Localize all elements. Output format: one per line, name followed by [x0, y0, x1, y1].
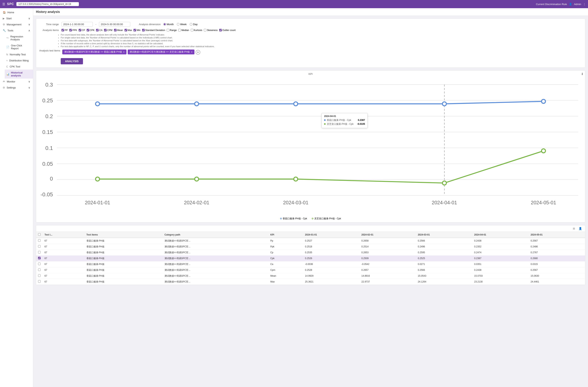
- sidebar-item-regression[interactable]: 〜 Regression Analysis: [5, 34, 33, 42]
- radio-day[interactable]: Day: [190, 23, 198, 26]
- row-kpi: Cpm: [268, 267, 303, 273]
- row-checkbox-cell[interactable]: [36, 273, 42, 279]
- date-to-input[interactable]: [99, 22, 130, 27]
- legend-item-1: 香菇口服液-PH值 - Cpk: [280, 217, 307, 220]
- date-separator: -: [95, 23, 96, 26]
- cb-median[interactable]: Median: [178, 29, 189, 32]
- export-table-button[interactable]: 👤: [577, 227, 583, 231]
- cpktool-icon: C: [6, 65, 8, 68]
- sidebar-item-cpk-tool[interactable]: C CPK Tool: [5, 64, 33, 70]
- row-checkbox-cell[interactable]: [36, 238, 42, 244]
- dimension-radio-group: Month Week Day: [163, 23, 198, 26]
- kpi-chart: 0.3 0.25 0.2 0.15 0.1 0.05 0 -0.05: [38, 77, 583, 215]
- sidebar: 🏠 Home ▶ Start ∨ ⚙ Management ∨ 🔧 Tools …: [0, 8, 33, 387]
- cb-range[interactable]: Range: [167, 29, 177, 32]
- cb-pp[interactable]: PP: [62, 29, 68, 32]
- cb-mean[interactable]: Mean: [114, 29, 123, 32]
- series2-dot-4: [442, 181, 446, 185]
- cb-cpm[interactable]: CPM: [104, 29, 112, 32]
- sidebar-item-tools[interactable]: 🔧 Tools ∧: [0, 27, 33, 34]
- row-v1: 0.2528: [303, 267, 359, 273]
- grid-view-button[interactable]: ⊞: [572, 227, 576, 231]
- sidebar-item-monitor[interactable]: 👁 Monitor ∨: [0, 78, 33, 85]
- cb-max[interactable]: Max: [125, 29, 132, 32]
- sidebar-item-home[interactable]: 🏠 Home: [0, 9, 33, 15]
- sidebar-item-settings[interactable]: ⚙ Settings ∨: [0, 85, 33, 91]
- test-items-label: Analysis test items: [39, 49, 60, 52]
- chart-title: KPI: [38, 73, 583, 76]
- cb-min[interactable]: Min: [133, 29, 140, 32]
- sidebar-normality-label: Normality Test: [10, 53, 26, 56]
- x-label-mar: 2024-03-01: [283, 200, 308, 205]
- sidebar-item-management[interactable]: ⚙ Management ∨: [0, 21, 33, 27]
- cb-ca[interactable]: CA: [96, 29, 103, 32]
- sidebar-item-one-click[interactable]: 📄 One-Click Report: [5, 42, 33, 52]
- row-v2: 0.2509: [359, 255, 416, 261]
- row-v2: 22.9737: [359, 279, 416, 285]
- chart-legend: 香菇口服液-PH值 - Cpk 灵芝皇口服液-PH值 - Cpk: [38, 217, 583, 220]
- row-v2: 14.8916: [359, 273, 416, 279]
- tag-1-close[interactable]: ×: [123, 51, 125, 53]
- row-id: 67: [42, 273, 84, 279]
- table-row: 67 香菇口服液-PH值 测试数据>>简易SPC官... Ca -0.0036 …: [36, 261, 585, 267]
- hamburger-icon[interactable]: ☰: [2, 2, 5, 6]
- row-checkbox-cell[interactable]: [36, 279, 42, 285]
- th-col-may: 2024-05-01: [529, 232, 585, 238]
- download-chart-button[interactable]: ⬇: [581, 72, 584, 76]
- table-panel: ⊞ 👤 Test i... Test items Category path K…: [36, 225, 585, 285]
- date-from-input[interactable]: [62, 22, 93, 27]
- row-checkbox-cell[interactable]: [36, 250, 42, 255]
- row-v5: 24.4461: [529, 279, 585, 285]
- th-test-items: Test items: [84, 232, 163, 238]
- row-v3: 0.2496: [416, 244, 472, 250]
- row-checkbox-cell[interactable]: [36, 267, 42, 273]
- add-tag-button[interactable]: +: [196, 50, 200, 55]
- sidebar-item-start[interactable]: ▶ Start ∨: [0, 15, 33, 21]
- cb-ppk[interactable]: PPK: [69, 29, 77, 32]
- page-title: History analysis: [33, 8, 588, 16]
- test-items-row: Analysis test items 测试数据>>简易SPC官方测试数据 >>…: [39, 49, 582, 55]
- discrimination-rule-label: Current Discrimination Rule: [536, 3, 567, 6]
- sidebar-item-historical[interactable]: 📊 Historical analysis: [5, 70, 33, 78]
- row-kpi: Pp: [268, 238, 303, 244]
- cb-cpk[interactable]: CPK: [87, 29, 95, 32]
- analysis-button[interactable]: ANALYSIS: [61, 58, 83, 64]
- row-v1: 0.2535: [303, 250, 359, 255]
- note-3: For test data with subgroups, the 'Numbe…: [61, 39, 582, 42]
- sidebar-home-label: Home: [7, 11, 14, 14]
- th-kpi: KPI: [268, 232, 303, 238]
- sidebar-item-normality[interactable]: N Normality Test: [5, 52, 33, 58]
- table-scroll-container: Test i... Test items Category path KPI 2…: [36, 232, 585, 285]
- cb-stddev[interactable]: Standard Deviation: [142, 29, 165, 32]
- note-1: For count-based test data, the above ana…: [61, 34, 582, 36]
- cb-cp[interactable]: CP: [79, 29, 85, 32]
- row-checkbox-cell[interactable]: [36, 261, 42, 267]
- cb-kurtosis[interactable]: Kurtosis: [191, 29, 202, 32]
- th-select-all[interactable]: [36, 232, 42, 238]
- sidebar-oneclick-label: One-Click Report: [11, 44, 30, 50]
- table-head: Test i... Test items Category path KPI 2…: [36, 232, 585, 238]
- row-v4: 0.2438: [472, 267, 529, 273]
- radio-week[interactable]: Week: [177, 23, 187, 26]
- cb-pp-label: PP: [65, 29, 68, 32]
- row-checkbox-cell[interactable]: [36, 255, 42, 261]
- analysis-checkboxes: PP PPK CP CPK: [62, 29, 236, 32]
- radio-month[interactable]: Month: [163, 23, 174, 26]
- row-checkbox-cell[interactable]: [36, 244, 42, 250]
- row-v3: 24.1264: [416, 279, 472, 285]
- row-category: 测试数据>>简易SPC官...: [163, 255, 268, 261]
- tag-2-close[interactable]: ×: [191, 51, 192, 53]
- cb-cpm-label: CPM: [107, 29, 112, 32]
- admin-menu-icon[interactable]: ⋮: [583, 3, 586, 6]
- row-v5: 0.2486: [529, 244, 585, 250]
- url-bar[interactable]: 127.0.0.1:5001/history?menu_id=30&parent…: [16, 2, 79, 6]
- row-id: 67: [42, 279, 84, 285]
- table-row: 67 香菇口服液-PH值 测试数据>>简易SPC官... Mean 14.992…: [36, 273, 585, 279]
- sidebar-item-distribution[interactable]: ≈ Distribution fitting: [5, 58, 33, 64]
- cb-skewness[interactable]: Skewness: [204, 29, 218, 32]
- series1-line: [98, 101, 544, 104]
- row-test-item: 香菇口服液-PH值: [84, 279, 163, 285]
- cb-outlier[interactable]: Outlier count: [219, 29, 236, 32]
- tag-1-text: 测试数据>>简易SPC官方测试数据 >> 香菇口服液-PH值: [64, 50, 122, 54]
- sidebar-cpktool-label: CPK Tool: [10, 65, 20, 68]
